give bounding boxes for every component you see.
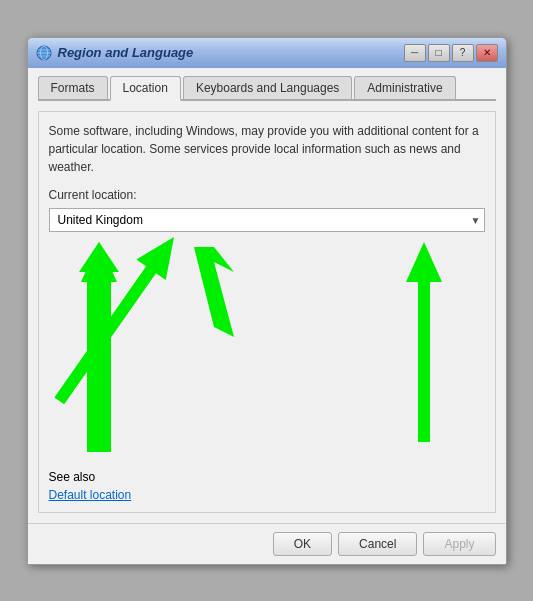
current-location-label: Current location: [49,188,485,202]
tab-location[interactable]: Location [110,76,181,101]
help-button[interactable]: ? [452,44,474,62]
country-dropdown-wrapper: United Kingdom United States Canada Aust… [49,208,485,232]
ok-button[interactable]: OK [273,532,332,556]
arrows-display [44,232,444,462]
globe-icon [36,45,52,61]
title-bar-buttons: ─ □ ? ✕ [404,44,498,62]
svg-marker-11 [44,232,188,411]
dialog-content: Formats Location Keyboards and Languages… [28,68,506,523]
see-also-title: See also [49,470,485,484]
location-panel: Some software, including Windows, may pr… [38,111,496,513]
dialog-window: Region and Language ─ □ ? ✕ Formats Loca… [27,37,507,565]
tab-bar: Formats Location Keyboards and Languages… [38,76,496,101]
title-bar-left: Region and Language [36,45,194,61]
window-title: Region and Language [58,45,194,60]
maximize-button[interactable]: □ [428,44,450,62]
close-button[interactable]: ✕ [476,44,498,62]
see-also-section: See also Default location [49,470,485,502]
apply-button[interactable]: Apply [423,532,495,556]
tab-administrative[interactable]: Administrative [354,76,455,99]
description-text: Some software, including Windows, may pr… [49,122,485,176]
country-dropdown[interactable]: United Kingdom United States Canada Aust… [49,208,485,232]
default-location-link[interactable]: Default location [49,488,132,502]
cancel-button[interactable]: Cancel [338,532,417,556]
title-bar: Region and Language ─ □ ? ✕ [28,38,506,68]
dialog-buttons: OK Cancel Apply [28,523,506,564]
minimize-button[interactable]: ─ [404,44,426,62]
arrows-area [49,242,485,462]
svg-marker-12 [406,242,442,442]
tab-formats[interactable]: Formats [38,76,108,99]
tab-keyboards[interactable]: Keyboards and Languages [183,76,352,99]
